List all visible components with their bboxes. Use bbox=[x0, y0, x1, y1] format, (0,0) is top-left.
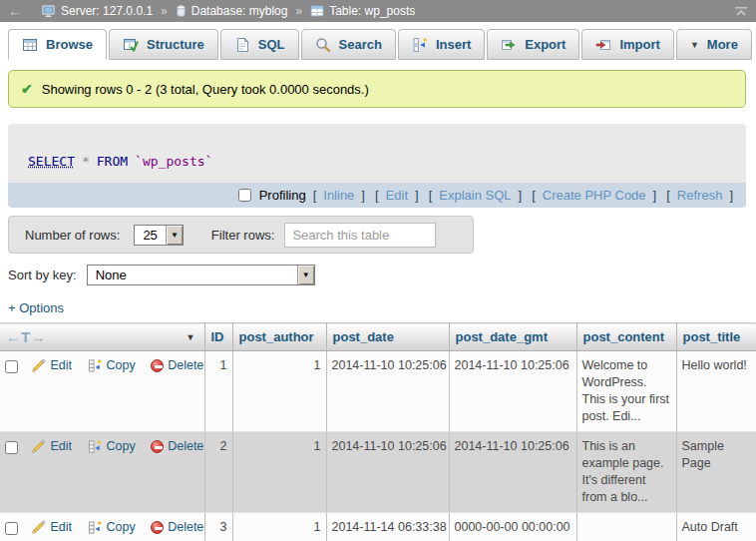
bracket: [ bbox=[429, 188, 433, 203]
results-table: ←T→ ▼ ID post_author post_date post_date… bbox=[0, 322, 756, 541]
edit-pencil-icon[interactable] bbox=[31, 439, 46, 454]
copy-link[interactable]: Copy bbox=[107, 520, 136, 534]
cell-post-author[interactable]: 1 bbox=[232, 513, 326, 541]
sql-star: * bbox=[82, 154, 90, 169]
col-header-id[interactable]: ID bbox=[204, 323, 232, 351]
col-header-post-date-gmt[interactable]: post_date_gmt bbox=[449, 323, 576, 351]
cell-post-content[interactable]: This is an example page. It's different … bbox=[576, 432, 676, 513]
number-of-rows-select[interactable]: 25 ▼ bbox=[134, 225, 183, 246]
row-checkbox[interactable] bbox=[5, 441, 18, 454]
col-header-post-author[interactable]: post_author bbox=[232, 323, 326, 351]
delete-icon[interactable] bbox=[151, 521, 164, 534]
bracket: ] bbox=[361, 188, 365, 203]
profiling-checkbox[interactable] bbox=[238, 189, 251, 202]
edit-pencil-icon[interactable] bbox=[31, 358, 46, 373]
query-tools-strip: Profiling [ Inline ] [ Edit ] [ Explain … bbox=[8, 183, 746, 208]
filter-rows-input[interactable] bbox=[284, 223, 436, 248]
row-checkbox[interactable] bbox=[5, 360, 18, 373]
sql-keyword-from: FROM bbox=[97, 154, 128, 169]
tab-browse[interactable]: Browse bbox=[8, 29, 107, 60]
rows-controls-bar: Number of rows: 25 ▼ Filter rows: bbox=[8, 216, 474, 254]
tab-export-label: Export bbox=[525, 37, 566, 52]
cell-post-content[interactable] bbox=[576, 513, 676, 541]
table-row: Edit Copy Delete 3 1 2014-11-14 06:33:38… bbox=[0, 513, 756, 541]
breadcrumb-table-label: Table: wp_posts bbox=[329, 4, 415, 18]
cell-post-date[interactable]: 2014-11-14 06:33:38 bbox=[326, 513, 449, 541]
cell-post-date-gmt[interactable]: 0000-00-00 00:00:00 bbox=[449, 513, 576, 541]
success-check-icon: ✔ bbox=[21, 81, 33, 97]
cell-post-date[interactable]: 2014-11-10 10:25:06 bbox=[326, 351, 449, 432]
edit-link[interactable]: Edit bbox=[50, 520, 72, 534]
copy-icon[interactable] bbox=[88, 358, 103, 373]
edit-query-link[interactable]: Edit bbox=[386, 188, 408, 203]
tab-search[interactable]: Search bbox=[301, 29, 396, 60]
tab-more[interactable]: ▼ More bbox=[676, 29, 752, 60]
options-toggle-link[interactable]: + Options bbox=[8, 300, 64, 315]
status-message-text: Showing rows 0 - 2 (3 total, Query took … bbox=[42, 82, 369, 97]
delete-link[interactable]: Delete bbox=[168, 439, 203, 453]
tab-insert-label: Insert bbox=[436, 37, 471, 52]
create-php-code-link[interactable]: Create PHP Code bbox=[543, 188, 646, 203]
cell-id[interactable]: 3 bbox=[204, 513, 232, 541]
tab-sql-label: SQL bbox=[258, 37, 285, 52]
cell-post-author[interactable]: 1 bbox=[232, 432, 326, 513]
edit-pencil-icon[interactable] bbox=[31, 520, 46, 535]
chevron-down-icon: ▼ bbox=[690, 40, 699, 50]
cell-id[interactable]: 2 bbox=[204, 432, 232, 513]
edit-link[interactable]: Edit bbox=[50, 439, 72, 453]
delete-icon[interactable] bbox=[151, 440, 164, 453]
edit-link[interactable]: Edit bbox=[50, 358, 72, 372]
cell-post-date-gmt[interactable]: 2014-11-10 10:25:06 bbox=[449, 432, 576, 513]
explain-sql-link[interactable]: Explain SQL bbox=[439, 188, 511, 203]
sort-by-key-row: Sort by key: None ▼ bbox=[8, 265, 756, 285]
refresh-link[interactable]: Refresh bbox=[677, 188, 723, 203]
tab-sql[interactable]: SQL bbox=[220, 29, 299, 60]
sql-icon bbox=[234, 37, 250, 53]
cell-post-author[interactable]: 1 bbox=[232, 351, 326, 432]
row-checkbox[interactable] bbox=[5, 522, 18, 535]
inline-link[interactable]: Inline bbox=[323, 188, 354, 203]
insert-icon bbox=[412, 37, 428, 53]
col-header-post-title[interactable]: post_title bbox=[676, 323, 756, 351]
breadcrumb-database-label: Database: myblog bbox=[191, 4, 288, 18]
copy-link[interactable]: Copy bbox=[107, 439, 136, 453]
cell-post-content[interactable]: Welcome to WordPress. This is your first… bbox=[576, 351, 676, 432]
delete-link[interactable]: Delete bbox=[168, 520, 203, 534]
col-header-post-date[interactable]: post_date bbox=[326, 323, 449, 351]
sort-by-key-select[interactable]: None ▼ bbox=[87, 265, 315, 285]
cell-post-title[interactable]: Sample Page bbox=[676, 432, 756, 513]
copy-icon[interactable] bbox=[88, 520, 103, 535]
cell-post-title[interactable]: Auto Draft bbox=[676, 513, 756, 541]
bracket: ] bbox=[415, 188, 419, 203]
bracket: ] bbox=[653, 188, 657, 203]
export-icon bbox=[501, 37, 517, 53]
dropdown-arrow-icon: ▼ bbox=[166, 226, 183, 245]
tab-structure[interactable]: Structure bbox=[109, 29, 218, 60]
cell-id[interactable]: 1 bbox=[204, 351, 232, 432]
collapse-top-icon[interactable] bbox=[734, 6, 748, 17]
delete-icon[interactable] bbox=[151, 359, 164, 372]
col-header-post-content[interactable]: post_content bbox=[576, 323, 676, 351]
tab-export[interactable]: Export bbox=[487, 29, 579, 60]
cell-post-title[interactable]: Hello world! bbox=[676, 351, 756, 432]
bracket: [ bbox=[532, 188, 536, 203]
tab-import[interactable]: Import bbox=[581, 29, 673, 60]
tab-import-label: Import bbox=[619, 37, 659, 52]
row-options-caret-icon[interactable]: ▼ bbox=[187, 332, 195, 342]
delete-link[interactable]: Delete bbox=[168, 358, 203, 372]
copy-link[interactable]: Copy bbox=[107, 358, 136, 372]
breadcrumb-server[interactable]: Server: 127.0.0.1 bbox=[42, 4, 153, 18]
back-arrow-icon[interactable]: ← bbox=[8, 3, 22, 19]
search-icon bbox=[315, 37, 331, 53]
database-icon bbox=[176, 4, 187, 18]
column-visibility-control[interactable]: ←T→ bbox=[6, 328, 46, 345]
import-icon bbox=[595, 37, 611, 53]
cell-post-date[interactable]: 2014-11-10 10:25:06 bbox=[326, 432, 449, 513]
sql-keyword-select[interactable]: SELECT bbox=[28, 154, 75, 169]
breadcrumb-database[interactable]: Database: myblog bbox=[176, 4, 288, 18]
tab-insert[interactable]: Insert bbox=[398, 29, 485, 60]
cell-post-date-gmt[interactable]: 2014-11-10 10:25:06 bbox=[449, 351, 576, 432]
breadcrumb-table[interactable]: Table: wp_posts bbox=[310, 4, 415, 18]
tab-bar: Browse Structure SQL Search Insert bbox=[0, 22, 756, 60]
copy-icon[interactable] bbox=[88, 439, 103, 454]
